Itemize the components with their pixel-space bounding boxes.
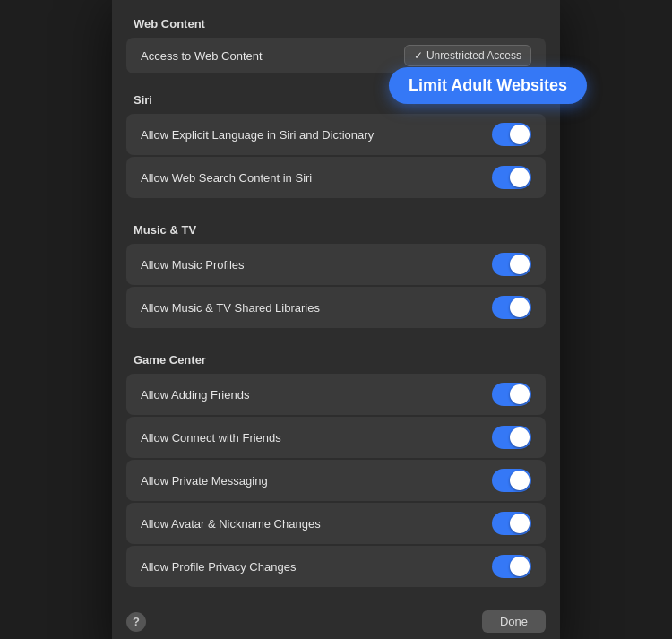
settings-panel: Limit Adult Websites Web Content Access … [112, 0, 560, 639]
row-private-messaging: Allow Private Messaging [126, 460, 546, 501]
music-tv-header: Music & TV [112, 216, 560, 242]
tooltip-bubble: Limit Adult Websites [389, 67, 587, 104]
row-adding-friends: Allow Adding Friends [126, 374, 546, 415]
access-web-content-label: Access to Web Content [141, 49, 263, 63]
adding-friends-label: Allow Adding Friends [141, 388, 249, 402]
row-music-profiles: Allow Music Profiles [126, 244, 546, 285]
row-connect-friends: Allow Connect with Friends [126, 417, 546, 458]
game-center-header: Game Center [112, 346, 560, 372]
web-content-section: Web Content Access to Web Content ✓ Unre… [112, 10, 560, 73]
profile-privacy-label: Allow Profile Privacy Changes [141, 560, 296, 574]
private-messaging-label: Allow Private Messaging [141, 474, 268, 488]
web-search-label: Allow Web Search Content in Siri [141, 171, 312, 185]
connect-friends-label: Allow Connect with Friends [141, 431, 281, 445]
web-content-header: Web Content [112, 10, 560, 36]
explicit-language-toggle[interactable] [492, 123, 531, 146]
row-shared-libraries: Allow Music & TV Shared Libraries [126, 287, 546, 328]
shared-libraries-toggle[interactable] [492, 296, 531, 319]
avatar-nickname-label: Allow Avatar & Nickname Changes [141, 517, 321, 531]
music-profiles-toggle[interactable] [492, 253, 531, 276]
dropdown-checkmark: ✓ [414, 49, 423, 62]
help-button[interactable]: ? [126, 612, 146, 632]
explicit-language-label: Allow Explicit Language in Siri and Dict… [141, 128, 374, 142]
dropdown-value: Unrestricted Access [426, 49, 521, 62]
avatar-nickname-toggle[interactable] [492, 512, 531, 535]
connect-friends-toggle[interactable] [492, 426, 531, 449]
row-profile-privacy: Allow Profile Privacy Changes [126, 546, 546, 587]
done-button[interactable]: Done [482, 610, 546, 633]
row-explicit-language: Allow Explicit Language in Siri and Dict… [126, 114, 546, 155]
help-label: ? [133, 615, 140, 628]
web-search-toggle[interactable] [492, 166, 531, 189]
shared-libraries-label: Allow Music & TV Shared Libraries [141, 301, 320, 315]
private-messaging-toggle[interactable] [492, 469, 531, 492]
row-web-search: Allow Web Search Content in Siri [126, 157, 546, 198]
profile-privacy-toggle[interactable] [492, 555, 531, 578]
music-profiles-label: Allow Music Profiles [141, 258, 245, 272]
tooltip-text: Limit Adult Websites [409, 76, 567, 94]
done-label: Done [500, 615, 528, 628]
panel-footer: ? Done [112, 600, 560, 636]
music-tv-section: Music & TV Allow Music Profiles Allow Mu… [112, 216, 560, 328]
row-avatar-nickname: Allow Avatar & Nickname Changes [126, 503, 546, 544]
game-center-section: Game Center Allow Adding Friends Allow C… [112, 346, 560, 587]
adding-friends-toggle[interactable] [492, 383, 531, 406]
access-web-content-dropdown[interactable]: ✓ Unrestricted Access [404, 45, 531, 66]
